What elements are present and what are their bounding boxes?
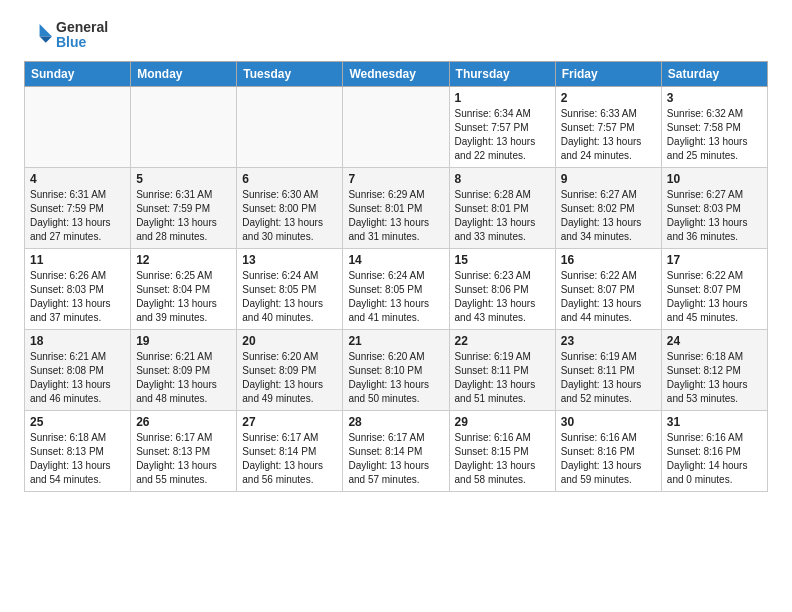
weekday-header-saturday: Saturday — [661, 61, 767, 86]
day-number: 13 — [242, 253, 337, 267]
day-info: Sunrise: 6:29 AM Sunset: 8:01 PM Dayligh… — [348, 188, 443, 244]
day-number: 27 — [242, 415, 337, 429]
day-info: Sunrise: 6:33 AM Sunset: 7:57 PM Dayligh… — [561, 107, 656, 163]
calendar-cell: 29Sunrise: 6:16 AM Sunset: 8:15 PM Dayli… — [449, 410, 555, 491]
day-number: 23 — [561, 334, 656, 348]
calendar-cell: 2Sunrise: 6:33 AM Sunset: 7:57 PM Daylig… — [555, 86, 661, 167]
calendar-cell: 22Sunrise: 6:19 AM Sunset: 8:11 PM Dayli… — [449, 329, 555, 410]
day-number: 31 — [667, 415, 762, 429]
weekday-header-sunday: Sunday — [25, 61, 131, 86]
calendar-table: SundayMondayTuesdayWednesdayThursdayFrid… — [24, 61, 768, 492]
day-info: Sunrise: 6:32 AM Sunset: 7:58 PM Dayligh… — [667, 107, 762, 163]
calendar-cell: 31Sunrise: 6:16 AM Sunset: 8:16 PM Dayli… — [661, 410, 767, 491]
calendar-cell: 13Sunrise: 6:24 AM Sunset: 8:05 PM Dayli… — [237, 248, 343, 329]
calendar-cell: 11Sunrise: 6:26 AM Sunset: 8:03 PM Dayli… — [25, 248, 131, 329]
day-info: Sunrise: 6:31 AM Sunset: 7:59 PM Dayligh… — [136, 188, 231, 244]
day-number: 15 — [455, 253, 550, 267]
day-number: 9 — [561, 172, 656, 186]
week-row-3: 11Sunrise: 6:26 AM Sunset: 8:03 PM Dayli… — [25, 248, 768, 329]
day-number: 26 — [136, 415, 231, 429]
day-info: Sunrise: 6:21 AM Sunset: 8:08 PM Dayligh… — [30, 350, 125, 406]
calendar-cell — [131, 86, 237, 167]
svg-marker-1 — [40, 37, 52, 43]
day-info: Sunrise: 6:19 AM Sunset: 8:11 PM Dayligh… — [561, 350, 656, 406]
day-number: 11 — [30, 253, 125, 267]
calendar-cell — [25, 86, 131, 167]
calendar-cell: 12Sunrise: 6:25 AM Sunset: 8:04 PM Dayli… — [131, 248, 237, 329]
day-info: Sunrise: 6:19 AM Sunset: 8:11 PM Dayligh… — [455, 350, 550, 406]
day-number: 8 — [455, 172, 550, 186]
day-info: Sunrise: 6:20 AM Sunset: 8:10 PM Dayligh… — [348, 350, 443, 406]
day-number: 18 — [30, 334, 125, 348]
calendar-cell: 21Sunrise: 6:20 AM Sunset: 8:10 PM Dayli… — [343, 329, 449, 410]
calendar-cell: 27Sunrise: 6:17 AM Sunset: 8:14 PM Dayli… — [237, 410, 343, 491]
day-number: 24 — [667, 334, 762, 348]
day-number: 17 — [667, 253, 762, 267]
day-number: 30 — [561, 415, 656, 429]
calendar-cell: 18Sunrise: 6:21 AM Sunset: 8:08 PM Dayli… — [25, 329, 131, 410]
weekday-header-row: SundayMondayTuesdayWednesdayThursdayFrid… — [25, 61, 768, 86]
day-number: 16 — [561, 253, 656, 267]
calendar-cell: 19Sunrise: 6:21 AM Sunset: 8:09 PM Dayli… — [131, 329, 237, 410]
day-number: 14 — [348, 253, 443, 267]
weekday-header-friday: Friday — [555, 61, 661, 86]
weekday-header-wednesday: Wednesday — [343, 61, 449, 86]
day-info: Sunrise: 6:22 AM Sunset: 8:07 PM Dayligh… — [561, 269, 656, 325]
day-number: 29 — [455, 415, 550, 429]
day-number: 21 — [348, 334, 443, 348]
weekday-header-monday: Monday — [131, 61, 237, 86]
day-info: Sunrise: 6:22 AM Sunset: 8:07 PM Dayligh… — [667, 269, 762, 325]
day-info: Sunrise: 6:20 AM Sunset: 8:09 PM Dayligh… — [242, 350, 337, 406]
calendar-cell: 20Sunrise: 6:20 AM Sunset: 8:09 PM Dayli… — [237, 329, 343, 410]
calendar-cell: 8Sunrise: 6:28 AM Sunset: 8:01 PM Daylig… — [449, 167, 555, 248]
calendar-cell: 3Sunrise: 6:32 AM Sunset: 7:58 PM Daylig… — [661, 86, 767, 167]
day-number: 1 — [455, 91, 550, 105]
day-info: Sunrise: 6:26 AM Sunset: 8:03 PM Dayligh… — [30, 269, 125, 325]
header: General Blue — [24, 20, 768, 51]
day-info: Sunrise: 6:24 AM Sunset: 8:05 PM Dayligh… — [348, 269, 443, 325]
week-row-5: 25Sunrise: 6:18 AM Sunset: 8:13 PM Dayli… — [25, 410, 768, 491]
day-number: 19 — [136, 334, 231, 348]
day-info: Sunrise: 6:18 AM Sunset: 8:13 PM Dayligh… — [30, 431, 125, 487]
calendar-cell — [237, 86, 343, 167]
calendar-cell: 14Sunrise: 6:24 AM Sunset: 8:05 PM Dayli… — [343, 248, 449, 329]
week-row-2: 4Sunrise: 6:31 AM Sunset: 7:59 PM Daylig… — [25, 167, 768, 248]
calendar-cell: 25Sunrise: 6:18 AM Sunset: 8:13 PM Dayli… — [25, 410, 131, 491]
calendar-cell: 6Sunrise: 6:30 AM Sunset: 8:00 PM Daylig… — [237, 167, 343, 248]
logo: General Blue — [24, 20, 108, 51]
day-info: Sunrise: 6:27 AM Sunset: 8:03 PM Dayligh… — [667, 188, 762, 244]
calendar-cell: 10Sunrise: 6:27 AM Sunset: 8:03 PM Dayli… — [661, 167, 767, 248]
page: General Blue SundayMondayTuesdayWednesda… — [0, 0, 792, 508]
day-info: Sunrise: 6:21 AM Sunset: 8:09 PM Dayligh… — [136, 350, 231, 406]
logo-icon — [24, 21, 52, 49]
weekday-header-thursday: Thursday — [449, 61, 555, 86]
day-info: Sunrise: 6:17 AM Sunset: 8:14 PM Dayligh… — [242, 431, 337, 487]
day-info: Sunrise: 6:27 AM Sunset: 8:02 PM Dayligh… — [561, 188, 656, 244]
day-number: 20 — [242, 334, 337, 348]
weekday-header-tuesday: Tuesday — [237, 61, 343, 86]
calendar-cell: 7Sunrise: 6:29 AM Sunset: 8:01 PM Daylig… — [343, 167, 449, 248]
calendar-cell: 1Sunrise: 6:34 AM Sunset: 7:57 PM Daylig… — [449, 86, 555, 167]
calendar-cell: 15Sunrise: 6:23 AM Sunset: 8:06 PM Dayli… — [449, 248, 555, 329]
calendar-cell: 26Sunrise: 6:17 AM Sunset: 8:13 PM Dayli… — [131, 410, 237, 491]
calendar-cell: 4Sunrise: 6:31 AM Sunset: 7:59 PM Daylig… — [25, 167, 131, 248]
calendar-cell: 23Sunrise: 6:19 AM Sunset: 8:11 PM Dayli… — [555, 329, 661, 410]
day-number: 2 — [561, 91, 656, 105]
calendar-cell: 24Sunrise: 6:18 AM Sunset: 8:12 PM Dayli… — [661, 329, 767, 410]
calendar-cell — [343, 86, 449, 167]
calendar-cell: 17Sunrise: 6:22 AM Sunset: 8:07 PM Dayli… — [661, 248, 767, 329]
calendar-cell: 5Sunrise: 6:31 AM Sunset: 7:59 PM Daylig… — [131, 167, 237, 248]
day-number: 12 — [136, 253, 231, 267]
day-info: Sunrise: 6:16 AM Sunset: 8:15 PM Dayligh… — [455, 431, 550, 487]
day-number: 5 — [136, 172, 231, 186]
calendar-cell: 16Sunrise: 6:22 AM Sunset: 8:07 PM Dayli… — [555, 248, 661, 329]
day-number: 28 — [348, 415, 443, 429]
day-number: 25 — [30, 415, 125, 429]
day-info: Sunrise: 6:30 AM Sunset: 8:00 PM Dayligh… — [242, 188, 337, 244]
day-info: Sunrise: 6:25 AM Sunset: 8:04 PM Dayligh… — [136, 269, 231, 325]
day-info: Sunrise: 6:17 AM Sunset: 8:13 PM Dayligh… — [136, 431, 231, 487]
day-number: 10 — [667, 172, 762, 186]
day-number: 22 — [455, 334, 550, 348]
day-info: Sunrise: 6:28 AM Sunset: 8:01 PM Dayligh… — [455, 188, 550, 244]
week-row-1: 1Sunrise: 6:34 AM Sunset: 7:57 PM Daylig… — [25, 86, 768, 167]
